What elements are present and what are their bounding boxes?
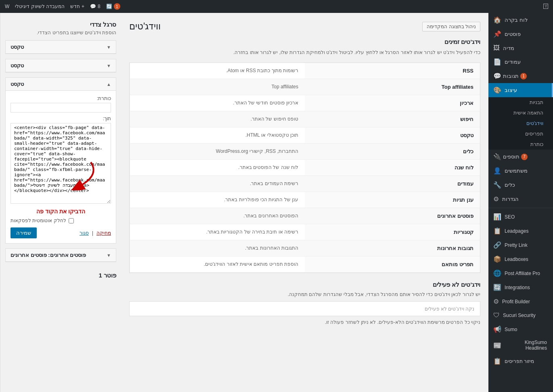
sidebar-item-pages[interactable]: עמודים 📄 (488, 55, 553, 69)
adminbar-site[interactable]: המעבדה לשיווק דיגיטלי (15, 4, 65, 9)
page-title: ווידג'טים (129, 21, 161, 32)
widget-cell-tools[interactable]: כלים (305, 144, 480, 160)
wp-logo: W (5, 4, 9, 9)
sidebar-item-leadpages[interactable]: Leadpages 📋 (488, 224, 553, 238)
close-link[interactable]: סגור (80, 230, 89, 236)
integrations-label: Integrations (505, 285, 530, 290)
sidebar-item-pap[interactable]: Post Affiliate Pro 🌐 (488, 266, 553, 280)
main-content: ניהול בתצוגה המקדימה ווידג'טים וידג'טים … (121, 13, 488, 392)
widget-actions: מחיקה | סגור שמירה (10, 227, 111, 238)
sidebar-sub-menus[interactable]: תפריסים (488, 129, 553, 139)
inactive-box[interactable]: נקה וידג'טים לא פעילים (129, 301, 480, 316)
sidebar-item-tools[interactable]: כלים 🔧 (488, 178, 553, 192)
inactive-note: ניקוי כל הפרטים מרשימת הווידג'טים הלא-פע… (129, 319, 480, 325)
users-label: משתמשים (505, 168, 528, 174)
widget-cell-tagcloud[interactable]: ענן תגיות (305, 192, 480, 208)
widget-cell-top-affiliates-desc: Top affiliates (130, 79, 305, 95)
sidebar-item-profitbuilder[interactable]: Profit Builder ⚙ (488, 294, 553, 309)
sidebar-item-comments[interactable]: 1 תגובות 💬 (488, 69, 553, 83)
widget-cell-categories[interactable]: קטגוריות (305, 224, 480, 240)
widget-panel-text-main-header[interactable]: ▲ טקסט (6, 78, 116, 91)
media-label: מדיה (503, 45, 514, 51)
tools-icon: 🔧 (493, 181, 501, 189)
content-textarea[interactable]: <center><div class="fb-page" data-href="… (10, 123, 111, 204)
widget-cell-recent-posts[interactable]: פוסטים אחרונים (305, 208, 480, 224)
widget-panel-text-2-header[interactable]: ▼ טקסט (6, 59, 116, 72)
widget-cell-rss[interactable]: RSS (305, 63, 480, 79)
sidebar-item-media[interactable]: מדיה 🖼 (488, 41, 553, 55)
leadpages-label: Leadpages (505, 228, 528, 234)
adminbar-right: 🅈 (543, 4, 548, 9)
left-sidebar-title: סרגל צדדי (5, 21, 116, 28)
widget-panel-text-2: ▼ טקסט (5, 59, 116, 73)
sidebar-item-settings[interactable]: הגדרות ⚙ (488, 192, 553, 206)
adminbar-wp-icon[interactable]: W (5, 4, 9, 9)
widget-cell-calendar[interactable]: לוח שנה (305, 160, 480, 176)
widget-cell-archive[interactable]: ארכיון (305, 95, 480, 111)
sidebar-item-prettylink[interactable]: Pretty Link 🔗 (488, 238, 553, 252)
media-icon: 🖼 (493, 44, 500, 52)
left-sidebar-desc: הוספת וידג'טים שייוצגו בתפריט הצדדי. (5, 30, 116, 35)
sucuri-label: Sucuri Security (503, 313, 536, 318)
widget-cell-top-affiliates[interactable]: Top affiliates (305, 79, 480, 95)
auto-paragraph-checkbox[interactable] (69, 218, 74, 223)
widget-cell-pages[interactable]: עמודים (305, 176, 480, 192)
sidebar-sub-header[interactable]: כותרת (488, 139, 553, 150)
sidebar-item-users[interactable]: משתמשים 👤 (488, 164, 553, 178)
seo-icon: 📊 (493, 213, 501, 221)
save-button[interactable]: שמירה (10, 227, 37, 238)
sidebar-item-reports[interactable]: מיזור תפריסים 📋 (488, 354, 553, 368)
integrations-icon: 🔄 (493, 284, 501, 291)
sidebar-item-appearance[interactable]: עיצוב 🎨 (488, 83, 553, 97)
sumo-label: Sumo (505, 327, 517, 332)
adminbar-new[interactable]: חדש + (70, 4, 84, 9)
sidebar-item-plugins[interactable]: 7 תוספים 🔌 (488, 150, 553, 164)
widget-panel-recent-posts-header[interactable]: ▼ פוסטים אחרונים: פוסטים אחרונים (6, 249, 116, 262)
sidebar-item-sumo[interactable]: Sumo 📢 (488, 322, 553, 336)
sidebar-item-seo[interactable]: SEO 📊 (488, 210, 553, 224)
widget-cell-recent-posts-desc: הפוסטים האחרונים באתר. (130, 208, 305, 224)
leadboxes-icon: 📦 (493, 255, 501, 263)
sidebar-item-kingsumo[interactable]: KingSumo Headlines 📰 (488, 336, 553, 354)
widget-cell-categories-desc: רשימה או תיבת בחירה של הקטגוריות באתר. (130, 224, 305, 240)
sidebar-item-leadboxes[interactable]: Leadboxes 📦 (488, 252, 553, 266)
dashboard-icon: 🏠 (493, 16, 501, 24)
collapse-arrow-1: ▼ (107, 45, 111, 50)
sidebar-sub-customize[interactable]: התאמה אישית (488, 108, 553, 118)
sidebar-sub-widgets[interactable]: ווידג'טים (488, 118, 553, 129)
left-panel: סרגל צדדי הוספת וידג'טים שייוצגו בתפריט … (0, 13, 121, 392)
profitbuilder-icon: ⚙ (493, 298, 499, 305)
admin-sidebar: לוח בקרה 🏠 פוסטים 📌 מדיה 🖼 עמודים 📄 1 תג… (488, 13, 553, 392)
widget-panel-text-1-header[interactable]: ▼ טקסט (6, 41, 116, 54)
leadpages-icon: 📋 (493, 227, 501, 235)
profitbuilder-label: Profit Builder (502, 299, 530, 304)
adminbar-comments[interactable]: 💬 8 (90, 4, 101, 9)
adminbar-yoast[interactable]: 🅈 (543, 4, 548, 9)
kingsumo-icon: 📰 (493, 342, 501, 349)
sidebar-item-sucuri[interactable]: Sucuri Security 🛡 (488, 309, 553, 322)
widget-cell-text[interactable]: טקסט (305, 127, 480, 144)
annotation-text: הדביקו את הקוד פה (10, 208, 111, 215)
leadboxes-label: Leadboxes (505, 256, 528, 262)
inactive-title: וידג'טים לא פעילים (129, 281, 480, 288)
sidebar-sub-themes[interactable]: תבניות (488, 97, 553, 108)
widget-cell-search[interactable]: חיפוש (305, 111, 480, 127)
manage-button[interactable]: ניהול בתצוגה המקדימה (422, 22, 480, 31)
widget-grid: RSS רשומות מתוך כתובת RSS או Atom. Top a… (129, 63, 480, 273)
sidebar-item-integrations[interactable]: Integrations 🔄 (488, 280, 553, 294)
users-icon: 👤 (493, 167, 501, 175)
sidebar-item-posts[interactable]: פוסטים 📌 (488, 27, 553, 41)
widget-cell-rss-desc: רשומות מתוך כתובת RSS או Atom. (130, 63, 305, 79)
prettylink-label: Pretty Link (505, 242, 528, 248)
adminbar-updates[interactable]: 🔄 1 (106, 3, 120, 10)
widget-cell-custom-menu[interactable]: תפריט מותאם (305, 256, 480, 273)
title-input[interactable] (10, 103, 111, 113)
widget-links: מחיקה | סגור (80, 230, 111, 236)
delete-link[interactable]: מחיקה (96, 230, 111, 236)
layout: לוח בקרה 🏠 פוסטים 📌 מדיה 🖼 עמודים 📄 1 תג… (0, 13, 553, 392)
widget-panel-recent-posts-title: פוסטים אחרונים: פוסטים אחרונים (10, 252, 86, 258)
annotation-container: הדביקו את הקוד פה (10, 208, 111, 215)
sidebar-item-dashboard[interactable]: לוח בקרה 🏠 (488, 13, 553, 27)
widget-cell-recent-comments[interactable]: תגובות אחרונות (305, 240, 480, 256)
sidebar-divider-1 (488, 208, 553, 208)
